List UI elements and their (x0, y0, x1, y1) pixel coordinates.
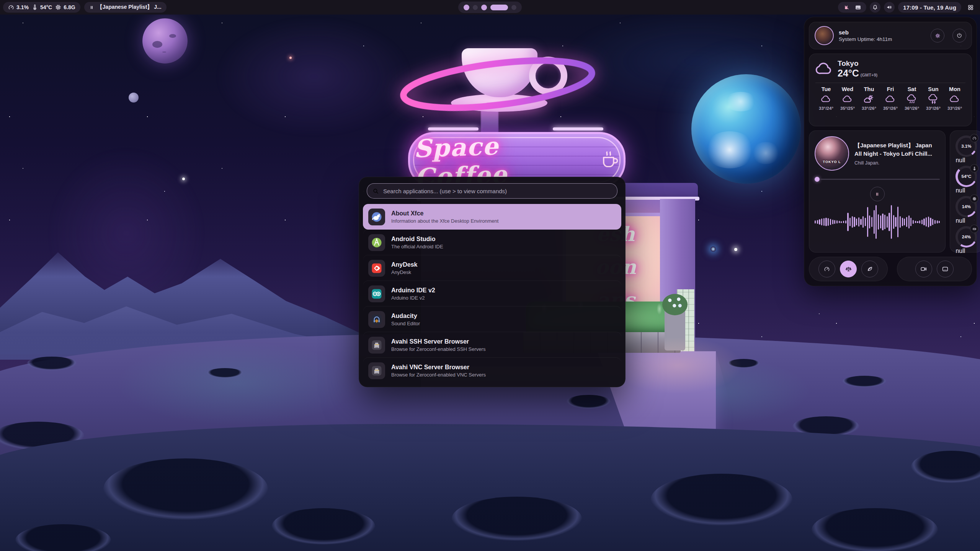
workspace-indicator[interactable] (458, 2, 522, 13)
app-description: Arduino IDE v2 (391, 295, 435, 301)
forecast-fri: Fri35°/26° (880, 86, 901, 111)
overview-button[interactable] (965, 4, 976, 11)
visualizer-bar (828, 218, 829, 226)
user-card: seb System Uptime: 4h11m (809, 22, 972, 49)
visualizer-bar (854, 217, 855, 227)
launcher-item-android-studio[interactable]: Android StudioThe official Android IDE (363, 230, 621, 255)
workspace-dot-1[interactable] (464, 5, 469, 10)
cloud-icon (950, 94, 960, 104)
track-progress-bar[interactable] (815, 177, 940, 182)
visualizer-bar (910, 218, 911, 226)
visualizer-bar (825, 218, 826, 226)
app-title: Avahi VNC Server Browser (391, 364, 486, 371)
visualizer-bar (906, 217, 907, 227)
forecast-temps: 35°/26° (883, 106, 898, 111)
visualizer-bar (939, 221, 940, 223)
visualizer-bar (891, 205, 892, 239)
balanced-profile-button[interactable] (840, 261, 857, 277)
capture-tools-group (897, 257, 972, 281)
workspace-dot-5[interactable] (511, 5, 516, 10)
launcher-item-arduino-ide-v2[interactable]: Arduino IDE v2Arduino IDE v2 (363, 281, 621, 306)
settings-button[interactable] (931, 29, 944, 42)
tray-cat-icon[interactable] (843, 4, 849, 11)
desktop: Space Coffee esh oon ans (0, 0, 980, 551)
system-stats-pill: 3.1%54°C6.8G (3, 2, 80, 13)
visualizer-bar (871, 217, 872, 227)
visualizer-bar (821, 218, 822, 225)
tray-wallpaper-icon[interactable] (855, 4, 861, 11)
audacity-app-icon (368, 311, 385, 328)
bright-star (734, 248, 737, 251)
app-description: AnyDesk (391, 269, 417, 275)
launcher-item-avahi-vnc-server-browser[interactable]: Avahi VNC Server BrowserBrowse for Zeroc… (363, 358, 621, 383)
forecast-day: Mon (949, 86, 960, 92)
launcher-item-anydesk[interactable]: AnyDeskAnyDesk (363, 255, 621, 281)
launcher-item-about-xfce[interactable]: About XfceInformation about the Xfce Des… (363, 204, 621, 230)
visualizer-bar (887, 216, 888, 228)
screen-record-button[interactable] (915, 261, 932, 277)
active-window-title: 【Japanese Playlist】 J... (97, 4, 162, 11)
weather-city: Tokyo (838, 59, 877, 68)
stat-speedometer: 3.1% (8, 4, 29, 10)
clock[interactable]: 17:09 - Tue, 19 Aug (898, 2, 961, 13)
track-artist: Chill Japan. (854, 160, 932, 166)
weather-temp: 24°C (838, 68, 859, 79)
visualizer-bar (928, 217, 929, 227)
volume-button[interactable] (884, 2, 895, 13)
stat-chip: 6.8G (55, 4, 75, 10)
storm-icon (928, 94, 938, 104)
album-art: TOKYO L (815, 136, 849, 171)
search-bar[interactable] (367, 183, 617, 199)
power-saver-profile-button[interactable] (861, 261, 878, 277)
visualizer-bar (865, 218, 866, 226)
workspace-dot-2[interactable] (473, 5, 478, 10)
cloud-icon (843, 94, 853, 104)
bright-star (182, 178, 185, 180)
screenshot-button[interactable] (937, 261, 954, 277)
app-description: Information about the Xfce Desktop Envir… (391, 218, 498, 224)
stat-thermometer: 54°C (32, 4, 52, 10)
forecast-temps: 33°/26° (947, 106, 962, 111)
active-window-pill[interactable]: 【Japanese Playlist】 J... (84, 2, 167, 13)
search-input[interactable] (382, 187, 612, 195)
power-icon (956, 33, 962, 39)
visualizer-bar (843, 221, 844, 223)
visualizer-bar (878, 214, 879, 230)
power-button[interactable] (952, 29, 966, 42)
visualizer-bar (889, 213, 890, 231)
notifications-button[interactable] (870, 2, 880, 13)
xfce-app-icon (368, 209, 385, 225)
visualizer-bar (862, 216, 864, 228)
weather-card: Tokyo 24°C (GMT+9) Tue33°/24°Wed35°/25°T… (809, 54, 972, 126)
launcher-item-text: Android StudioThe official Android IDE (391, 235, 443, 249)
system-tray (838, 2, 866, 13)
progress-knob[interactable] (815, 177, 820, 182)
chip-icon (970, 194, 978, 203)
bell-icon (872, 4, 878, 10)
forecast-mon: Mon33°/26° (944, 86, 965, 111)
track-title: 【Japanese Playlist】 Japan All Night - To… (854, 141, 932, 158)
bright-star (710, 246, 716, 252)
gauge-speedometer: 3.1%null (956, 135, 977, 157)
visualizer-bar (823, 218, 825, 226)
visualizer-bar (869, 215, 870, 228)
purple-planet (142, 18, 188, 64)
avahi-app-icon (368, 362, 385, 379)
visualizer-bar (913, 220, 914, 224)
visualizer-bar (893, 215, 894, 229)
launcher-item-text: Avahi SSH Server BrowserBrowse for Zeroc… (391, 338, 485, 352)
visualizer-bar (845, 220, 846, 223)
launcher-item-avahi-ssh-server-browser[interactable]: Avahi SSH Server BrowserBrowse for Zeroc… (363, 332, 621, 358)
audio-visualizer (815, 204, 940, 240)
stat-value: 3.1% (16, 4, 29, 10)
performance-profile-button[interactable] (818, 261, 835, 277)
pause-button[interactable] (870, 187, 885, 201)
top-status-bar: 3.1%54°C6.8G 【Japanese Playlist】 J... 17… (0, 0, 980, 15)
workspace-dot-4[interactable] (490, 5, 508, 10)
workspace-dot-3[interactable] (481, 5, 487, 10)
launcher-item-audacity[interactable]: AudacitySound Editor (363, 306, 621, 332)
app-title: Android Studio (391, 235, 443, 243)
cloud-icon (821, 94, 831, 104)
visualizer-bar (849, 218, 851, 226)
coffee-cup-icon (599, 150, 619, 170)
